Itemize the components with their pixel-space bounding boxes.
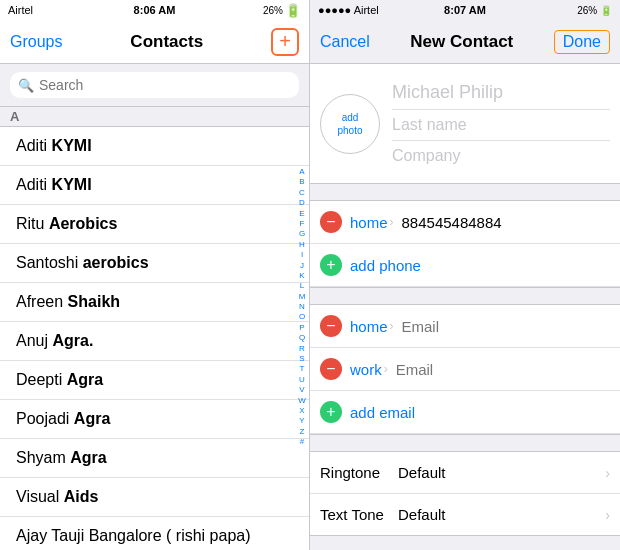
contacts-navbar: Groups Contacts + bbox=[0, 20, 309, 64]
search-icon: 🔍 bbox=[18, 78, 34, 93]
email-section: − home › − work › + add email bbox=[310, 304, 620, 435]
new-contact-title: New Contact bbox=[410, 32, 513, 52]
list-item[interactable]: Aditi KYMI bbox=[0, 127, 309, 166]
list-item[interactable]: Afreen Shaikh bbox=[0, 283, 309, 322]
remove-email-home-button[interactable]: − bbox=[320, 315, 342, 337]
list-item[interactable]: Visual Aids bbox=[0, 478, 309, 517]
list-item[interactable]: Santoshi aerobics bbox=[0, 244, 309, 283]
add-phone-row[interactable]: + add phone bbox=[310, 244, 620, 287]
add-photo-button[interactable]: addphoto bbox=[320, 94, 380, 154]
photo-name-section: addphoto bbox=[310, 64, 620, 184]
add-photo-label: addphoto bbox=[337, 111, 362, 137]
remove-phone-button[interactable]: − bbox=[320, 211, 342, 233]
name-fields bbox=[392, 76, 610, 171]
battery-left: 26% 🔋 bbox=[263, 3, 301, 18]
plus-icon: + bbox=[279, 30, 291, 53]
new-contact-navbar: Cancel New Contact Done bbox=[310, 20, 620, 64]
add-email-button[interactable]: + bbox=[320, 401, 342, 423]
list-item[interactable]: Ajay Tauji Bangalore ( rishi papa) bbox=[0, 517, 309, 550]
chevron-right-icon: › bbox=[390, 215, 394, 229]
ringtone-label: Ringtone bbox=[320, 464, 390, 481]
phone-label-text: home bbox=[350, 214, 388, 231]
list-item[interactable]: Ritu Aerobics bbox=[0, 205, 309, 244]
list-item[interactable]: Poojadi Agra bbox=[0, 400, 309, 439]
remove-email-work-button[interactable]: − bbox=[320, 358, 342, 380]
status-bar-left: Airtel 8:06 AM 26% 🔋 bbox=[0, 0, 309, 20]
email-label-home-text: home bbox=[350, 318, 388, 335]
email-label-home[interactable]: home › bbox=[350, 318, 394, 335]
add-contact-button[interactable]: + bbox=[271, 28, 299, 56]
email-work-input[interactable] bbox=[396, 361, 610, 378]
done-button[interactable]: Done bbox=[554, 30, 610, 54]
chevron-right-icon3: › bbox=[384, 362, 388, 376]
email-row-home: − home › bbox=[310, 305, 620, 348]
time-left: 8:06 AM bbox=[134, 4, 176, 16]
ringtone-row[interactable]: Ringtone Default › bbox=[310, 452, 620, 494]
contacts-title: Contacts bbox=[130, 32, 203, 52]
contacts-panel: Airtel 8:06 AM 26% 🔋 Groups Contacts + 🔍… bbox=[0, 0, 310, 550]
last-name-input[interactable] bbox=[392, 110, 610, 141]
list-item[interactable]: Aditi KYMI bbox=[0, 166, 309, 205]
groups-button[interactable]: Groups bbox=[10, 33, 62, 51]
search-input[interactable] bbox=[39, 77, 291, 93]
list-item[interactable]: Shyam Agra bbox=[0, 439, 309, 478]
ringtone-section: Ringtone Default › Text Tone Default › bbox=[310, 451, 620, 536]
carrier-right: ●●●●● Airtel bbox=[318, 4, 379, 16]
cancel-button[interactable]: Cancel bbox=[320, 33, 370, 51]
text-tone-value: Default bbox=[398, 506, 605, 523]
company-input[interactable] bbox=[392, 141, 610, 171]
section-header-a: A bbox=[0, 107, 309, 127]
search-bar: 🔍 bbox=[0, 64, 309, 107]
add-phone-button[interactable]: + bbox=[320, 254, 342, 276]
add-email-label: add email bbox=[350, 404, 415, 421]
phone-section: − home › + add phone bbox=[310, 200, 620, 288]
search-input-wrap[interactable]: 🔍 bbox=[10, 72, 299, 98]
status-bar-right: ●●●●● Airtel 8:07 AM 26% 🔋 bbox=[310, 0, 620, 20]
phone-number-input[interactable] bbox=[402, 214, 610, 231]
text-tone-row[interactable]: Text Tone Default › bbox=[310, 494, 620, 535]
email-row-work: − work › bbox=[310, 348, 620, 391]
phone-label-home[interactable]: home › bbox=[350, 214, 394, 231]
alpha-index[interactable]: ABCDE FGHIJ KLMNO PQRST UVWXY Z# bbox=[295, 107, 309, 550]
new-contact-body: addphoto − home › + add phone bbox=[310, 64, 620, 550]
email-label-work-text: work bbox=[350, 361, 382, 378]
email-home-input[interactable] bbox=[402, 318, 610, 335]
time-right: 8:07 AM bbox=[444, 4, 486, 16]
battery-right: 26% 🔋 bbox=[577, 5, 612, 16]
list-item[interactable]: Anuj Agra. bbox=[0, 322, 309, 361]
text-tone-chevron-icon: › bbox=[605, 507, 610, 523]
text-tone-label: Text Tone bbox=[320, 506, 390, 523]
new-contact-panel: ●●●●● Airtel 8:07 AM 26% 🔋 Cancel New Co… bbox=[310, 0, 620, 550]
ringtone-value: Default bbox=[398, 464, 605, 481]
carrier-left: Airtel bbox=[8, 4, 33, 16]
first-name-input[interactable] bbox=[392, 76, 610, 110]
ringtone-chevron-icon: › bbox=[605, 465, 610, 481]
email-label-work[interactable]: work › bbox=[350, 361, 388, 378]
chevron-right-icon2: › bbox=[390, 319, 394, 333]
add-email-row[interactable]: + add email bbox=[310, 391, 620, 434]
phone-row-home: − home › bbox=[310, 201, 620, 244]
contacts-list: A Aditi KYMI Aditi KYMI Ritu Aerobics Sa… bbox=[0, 107, 309, 550]
add-phone-label: add phone bbox=[350, 257, 421, 274]
list-item[interactable]: Deepti Agra bbox=[0, 361, 309, 400]
